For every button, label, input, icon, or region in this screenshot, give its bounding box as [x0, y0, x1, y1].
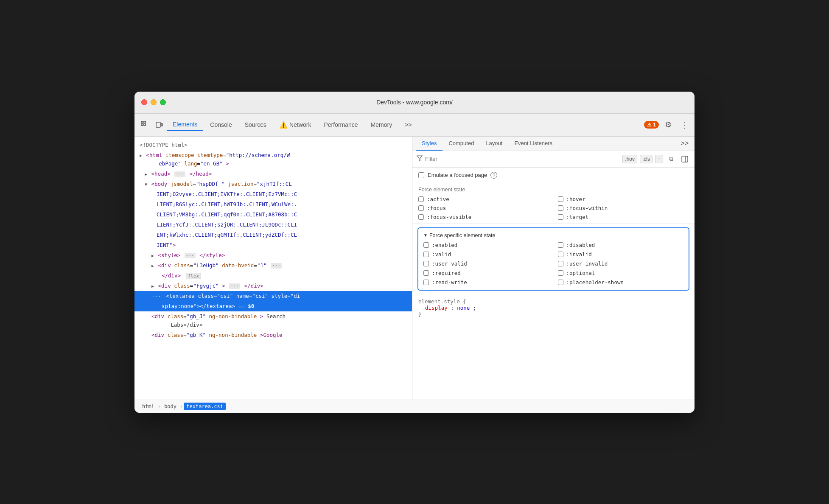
- triangle-icon[interactable]: [145, 172, 147, 176]
- add-style-button[interactable]: +: [655, 155, 663, 163]
- triangle-icon[interactable]: [145, 182, 147, 187]
- svg-rect-3: [144, 124, 146, 126]
- state-focus-visible-label: :focus-visible: [427, 214, 471, 220]
- state-required-checkbox[interactable]: [423, 270, 429, 276]
- dom-line-body-cont4: LIENT;YcfJ:.CLIENT;szjOR:.CLIENT;JL9QDc:…: [134, 220, 412, 230]
- filter-input-container: [417, 155, 619, 162]
- dom-line-textarea-selected[interactable]: ··· <textarea class="csi" name="csi" sty…: [134, 291, 412, 301]
- state-invalid: :invalid: [558, 251, 684, 258]
- tab-computed[interactable]: Computed: [443, 137, 480, 151]
- triangle-icon[interactable]: [140, 153, 142, 158]
- tab-layout[interactable]: Layout: [480, 137, 508, 151]
- breadcrumb-textarea[interactable]: textarea.csi: [184, 403, 226, 410]
- ellipsis-badge[interactable]: ···: [185, 253, 196, 258]
- tab-event-listeners[interactable]: Event Listeners: [508, 137, 558, 151]
- titlebar: DevTools - www.google.com/: [134, 92, 695, 114]
- emulate-help-icon[interactable]: ?: [490, 172, 497, 179]
- cls-button[interactable]: .cls: [640, 155, 653, 163]
- state-focus-within-checkbox[interactable]: [558, 205, 563, 211]
- breadcrumb-body[interactable]: body: [162, 403, 179, 410]
- state-enabled-checkbox[interactable]: [423, 242, 429, 248]
- state-hover-checkbox[interactable]: [558, 196, 563, 202]
- filter-input[interactable]: [425, 156, 619, 162]
- state-enabled-label: :enabled: [432, 242, 457, 248]
- state-active: :active: [418, 196, 549, 202]
- triangle-icon[interactable]: [151, 253, 154, 258]
- ellipsis-badge[interactable]: ···: [229, 283, 240, 289]
- state-focus-visible: :focus-visible: [418, 214, 549, 220]
- tab-console[interactable]: Console: [204, 119, 238, 131]
- toggle-sidebar-button[interactable]: [679, 154, 690, 165]
- style-rule-selector: element.style {: [418, 298, 689, 305]
- tab-network[interactable]: ⚠️ Network: [273, 118, 317, 132]
- breadcrumb-html[interactable]: html: [140, 403, 157, 410]
- dom-line-body-cont6: IENT">: [134, 240, 412, 250]
- hov-button[interactable]: :hov: [622, 155, 637, 163]
- dom-line-style[interactable]: <style> ··· </style>: [134, 250, 412, 260]
- tab-elements[interactable]: Elements: [167, 118, 203, 131]
- dom-line-div-gbJ[interactable]: <div class="gb_J" ng-non-bindable > Sear…: [134, 311, 412, 330]
- dom-line-div-l3eUgb[interactable]: <div class="L3eUgb" data-hveid="1" ···: [134, 260, 412, 271]
- force-element-state-section: Force element state :active :hover :focu…: [412, 183, 695, 224]
- breadcrumb: html › body › textarea.csi: [134, 400, 695, 413]
- state-invalid-checkbox[interactable]: [558, 252, 563, 257]
- tab-memory[interactable]: Memory: [365, 119, 398, 131]
- dom-line-div-end: </div> flex: [134, 271, 412, 281]
- force-element-state-title: Force element state: [418, 187, 689, 193]
- dom-line-div-gbK[interactable]: <div class="gb_K" ng-non-bindable >Googl…: [134, 330, 412, 340]
- close-button[interactable]: [141, 99, 147, 105]
- state-target-label: :target: [566, 214, 589, 220]
- state-user-valid: :user-valid: [423, 260, 549, 267]
- state-optional-checkbox[interactable]: [558, 270, 563, 276]
- copy-styles-button[interactable]: ⧉: [666, 154, 677, 165]
- more-tabs-button[interactable]: >>: [399, 119, 417, 131]
- triangle-icon[interactable]: [151, 284, 154, 288]
- dom-line-doctype: <!DOCTYPE html>: [134, 140, 412, 150]
- emulate-focused-page-checkbox[interactable]: [418, 172, 424, 178]
- state-placeholder-shown-checkbox[interactable]: [558, 280, 563, 285]
- svg-rect-2: [141, 124, 143, 126]
- tab-sources[interactable]: Sources: [239, 119, 272, 131]
- inspect-icon[interactable]: [138, 118, 151, 132]
- state-active-label: :active: [427, 196, 449, 202]
- dom-panel: <!DOCTYPE html> <html itemscope itemtype…: [134, 137, 412, 400]
- dom-line-html[interactable]: <html itemscope itemtype="http://schema.…: [134, 150, 412, 169]
- styles-more-tabs[interactable]: >>: [678, 137, 691, 150]
- state-focus-visible-checkbox[interactable]: [418, 214, 424, 220]
- ellipsis-badge[interactable]: ···: [174, 171, 185, 177]
- minimize-button[interactable]: [151, 99, 157, 105]
- state-focus-checkbox[interactable]: [418, 205, 424, 211]
- dom-line-textarea-cont: splay:none"></textarea> == $0: [134, 301, 412, 311]
- triangle-icon[interactable]: [151, 263, 154, 268]
- state-valid-checkbox[interactable]: [423, 252, 429, 257]
- style-property-display[interactable]: display : none ;: [418, 305, 689, 311]
- state-focus-label: :focus: [427, 205, 446, 211]
- dom-line-body-cont1: IENT;O2vyse:.CLIENT;IVKTfe:.CLIENT;Ez7VM…: [134, 189, 412, 199]
- dom-line-body[interactable]: <body jsmodel="hspDDf " jsaction="xjhTIf…: [134, 179, 412, 189]
- settings-button[interactable]: ⚙: [661, 118, 675, 132]
- state-user-invalid-label: :user-invalid: [566, 260, 608, 267]
- ellipsis-badge[interactable]: ···: [271, 263, 282, 269]
- state-read-write-checkbox[interactable]: [423, 280, 429, 285]
- devtools-window: DevTools - www.google.com/ Elements Cons…: [134, 92, 695, 413]
- state-disabled-checkbox[interactable]: [558, 242, 563, 248]
- force-specific-title: ▼ Force specific element state: [423, 232, 683, 238]
- styles-tabs: Styles Computed Layout Event Listeners >…: [412, 137, 695, 151]
- dom-line-head[interactable]: <head> ··· </head>: [134, 169, 412, 179]
- maximize-button[interactable]: [160, 99, 166, 105]
- state-user-valid-checkbox[interactable]: [423, 261, 429, 266]
- emulate-focused-page-label[interactable]: Emulate a focused page: [418, 172, 487, 178]
- tab-performance[interactable]: Performance: [318, 119, 364, 131]
- more-options-button[interactable]: ⋮: [678, 118, 691, 132]
- state-user-invalid-checkbox[interactable]: [558, 261, 563, 266]
- filter-bar: :hov .cls + ⧉: [412, 151, 695, 168]
- notification-badge[interactable]: ⚠ 1: [644, 121, 659, 129]
- state-disabled: :disabled: [558, 242, 684, 248]
- tab-styles[interactable]: Styles: [416, 137, 443, 151]
- state-target-checkbox[interactable]: [558, 214, 563, 220]
- state-active-checkbox[interactable]: [418, 196, 424, 202]
- state-disabled-label: :disabled: [566, 242, 595, 248]
- dom-line-div-fgvgjc[interactable]: <div class="Fgvgjc" > ··· </div>: [134, 281, 412, 291]
- device-icon[interactable]: [152, 118, 166, 132]
- flex-badge[interactable]: flex: [186, 273, 202, 279]
